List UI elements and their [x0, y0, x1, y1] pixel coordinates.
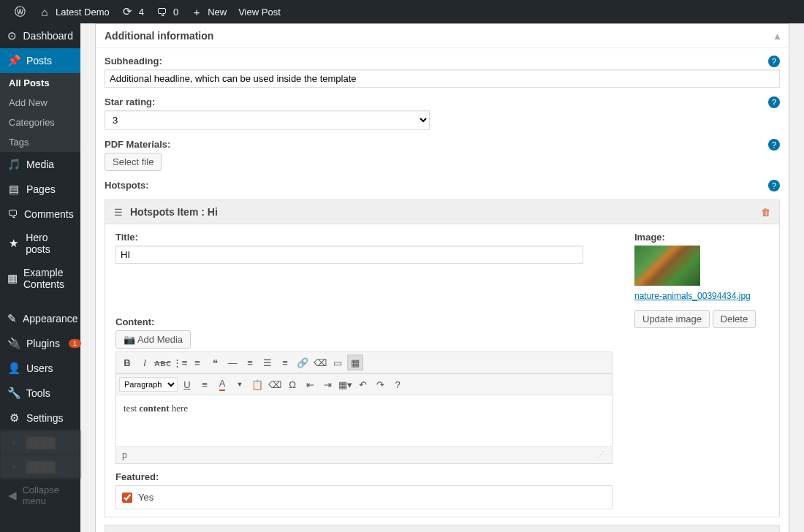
special-char-button[interactable]: Ω: [284, 376, 300, 392]
sidebar-item-hidden-2[interactable]: ▪████: [0, 455, 80, 479]
hero-posts-label: Hero posts: [26, 232, 73, 255]
undo-button[interactable]: ↶: [354, 376, 371, 392]
comments-icon: 🗨: [7, 208, 18, 220]
sidebar-sub-tags[interactable]: Tags: [0, 132, 80, 152]
editor-status-bar: p ⋰: [116, 446, 612, 463]
align-right-button[interactable]: ≡: [277, 354, 293, 370]
toolbar-toggle-button[interactable]: ▦: [347, 354, 363, 370]
sidebar-sub-all-posts[interactable]: All Posts: [0, 73, 80, 93]
help-icon[interactable]: ?: [768, 96, 780, 108]
sidebar-item-example-contents[interactable]: ▦Example Contents: [0, 261, 80, 296]
sidebar-sub-categories[interactable]: Categories: [0, 113, 80, 132]
hotspot-item-title: Hotspots Item : Hi: [130, 206, 218, 218]
indent-button[interactable]: ⇥: [319, 376, 335, 392]
collapse-menu[interactable]: ◀Collapse menu: [0, 479, 80, 512]
bullet-list-button[interactable]: ⋮≡: [172, 354, 188, 370]
redo-button[interactable]: ↷: [372, 376, 388, 392]
media-label: Media: [26, 159, 54, 170]
align-center-button[interactable]: ☰: [259, 354, 276, 370]
editor-path[interactable]: p: [122, 450, 127, 460]
strikethrough-button[interactable]: ᴀʙᴄ: [154, 354, 170, 370]
help-icon[interactable]: ?: [768, 139, 780, 151]
text-color-button[interactable]: A: [214, 376, 230, 392]
align-left-button[interactable]: ≡: [242, 354, 258, 370]
help-button[interactable]: ?: [390, 376, 406, 392]
hotspot-item-body: Title: Content: 📷 Add Media B I ᴀʙᴄ: [105, 224, 780, 517]
select-file-button[interactable]: Select file: [105, 153, 162, 171]
plug-icon: 🔌: [7, 337, 20, 350]
sidebar-item-tools[interactable]: 🔧Tools: [0, 381, 80, 406]
hotspots-field: ? Hotspots:: [105, 180, 780, 191]
update-image-button[interactable]: Update image: [634, 310, 710, 328]
comment-icon: 🗨: [156, 6, 169, 18]
star-rating-select[interactable]: 3: [105, 110, 430, 130]
featured-checkbox[interactable]: [122, 493, 132, 503]
bold-button[interactable]: B: [119, 354, 135, 370]
updates-number: 4: [139, 7, 144, 18]
delete-hotspot-icon[interactable]: 🗑: [761, 207, 770, 218]
drag-handle-icon[interactable]: ☰: [114, 207, 123, 218]
justify-button[interactable]: ≡: [197, 376, 213, 392]
image-filename-link[interactable]: nature-animals_00394434.jpg: [634, 291, 751, 301]
underline-button[interactable]: U: [179, 376, 195, 392]
subheading-field: ? Subheading:: [105, 56, 780, 88]
admin-sidebar: ⊙Dashboard 📌Posts All Posts Add New Cate…: [0, 23, 80, 532]
readmore-button[interactable]: ▭: [330, 354, 346, 370]
blockquote-button[interactable]: ❝: [207, 354, 223, 370]
main-content: Additional information ▴ ? Subheading: ?…: [80, 23, 804, 532]
hotspot-title-input[interactable]: [115, 246, 583, 264]
image-preview[interactable]: [634, 246, 700, 286]
sidebar-item-settings[interactable]: ⚙Settings: [0, 406, 80, 430]
home-icon: ⌂: [38, 6, 51, 18]
new-content[interactable]: +New: [184, 0, 232, 23]
sidebar-item-users[interactable]: 👤Users: [0, 356, 80, 381]
hotspot-item-header[interactable]: ☰ Hotspots Item : Hi 🗑: [105, 200, 780, 224]
comments-count[interactable]: 🗨0: [150, 0, 184, 23]
site-name-label: Latest Demo: [56, 7, 110, 18]
sidebar-item-appearance[interactable]: ✎Appearance: [0, 306, 80, 331]
star-rating-label: Star rating:: [105, 96, 780, 107]
updates-count[interactable]: ⟳4: [115, 0, 150, 23]
toggle-icon[interactable]: ▴: [775, 30, 780, 42]
hotspot-item-header[interactable]: ☰ Hotspots Item : test 🗑: [105, 525, 780, 532]
featured-checkbox-row: Yes: [115, 485, 613, 509]
paste-text-button[interactable]: 📋: [249, 376, 265, 392]
sidebar-item-hidden-1[interactable]: ▪████: [0, 430, 80, 455]
subheading-input[interactable]: [105, 69, 780, 88]
pdf-materials-field: ? PDF Materials: Select file: [105, 139, 780, 171]
sidebar-item-hero-posts[interactable]: ★Hero posts: [0, 226, 80, 261]
resize-handle-icon[interactable]: ⋰: [597, 450, 606, 460]
sidebar-item-pages[interactable]: ▤Pages: [0, 177, 80, 202]
view-post-label: View Post: [238, 7, 281, 18]
wp-logo[interactable]: ⓦ: [7, 0, 32, 23]
italic-button[interactable]: I: [137, 354, 153, 370]
add-media-button[interactable]: 📷 Add Media: [115, 330, 191, 349]
sidebar-item-plugins[interactable]: 🔌Plugins1: [0, 331, 80, 356]
clear-format-button[interactable]: ⌫: [267, 376, 283, 392]
sidebar-item-posts[interactable]: 📌Posts: [0, 48, 80, 73]
sidebar-item-media[interactable]: 🎵Media: [0, 152, 80, 177]
format-select[interactable]: Paragraph: [119, 377, 178, 392]
editor-toolbar-row2: Paragraph U ≡ A ▼ 📋 ⌫ Ω ⇤ ⇥ ▦▾ ↶: [116, 373, 612, 395]
table-button[interactable]: ▦▾: [337, 376, 353, 392]
metabox-header[interactable]: Additional information ▴: [96, 24, 789, 48]
sidebar-item-comments[interactable]: 🗨Comments: [0, 202, 80, 226]
sidebar-item-dashboard[interactable]: ⊙Dashboard: [0, 23, 80, 48]
tools-label: Tools: [26, 387, 50, 399]
editor-content-area[interactable]: test content here: [116, 395, 612, 446]
hr-button[interactable]: —: [224, 354, 240, 370]
number-list-button[interactable]: ≡: [189, 354, 205, 370]
chevron-down-icon[interactable]: ▼: [232, 376, 248, 392]
outdent-button[interactable]: ⇤: [302, 376, 318, 392]
sidebar-sub-add-new[interactable]: Add New: [0, 93, 80, 113]
grid-icon: ▦: [7, 272, 18, 285]
view-post[interactable]: View Post: [232, 0, 287, 23]
user-icon: 👤: [7, 362, 20, 375]
unlink-button[interactable]: ⌫: [312, 354, 328, 370]
delete-image-button[interactable]: Delete: [713, 310, 756, 328]
add-media-label: Add Media: [137, 334, 183, 345]
help-icon[interactable]: ?: [768, 180, 780, 191]
help-icon[interactable]: ?: [768, 56, 780, 67]
site-name[interactable]: ⌂Latest Demo: [32, 0, 115, 23]
link-button[interactable]: 🔗: [295, 354, 311, 370]
